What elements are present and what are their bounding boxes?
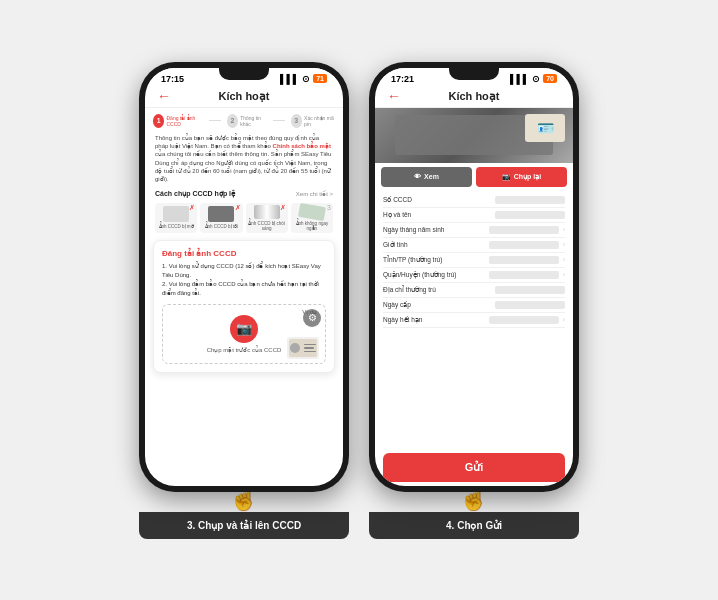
phone1-inner: 17:15 ▌▌▌ ⊙ 71 ← Kích hoạt 1 Đăng tả [145, 68, 343, 486]
field-gender: Giới tính › [383, 238, 565, 253]
label-expiry: Ngày hết hạn [383, 316, 443, 324]
retake-btn[interactable]: 📷 Chụp lại [476, 167, 567, 187]
step-label-2: Thông tin khác [240, 115, 267, 127]
sample-4: 3 Ảnh không ngay ngắn [291, 203, 333, 233]
step-3: 3 Xác nhận mã pin [291, 114, 335, 128]
label-name: Họ và tên [383, 211, 443, 219]
arrow-dob: › [563, 226, 565, 233]
signal-2: ▌▌▌ [510, 74, 529, 84]
step-div-2 [273, 120, 285, 121]
header-2: ← Kích hoạt [375, 86, 573, 108]
bad-mark-2: ✗ [235, 204, 241, 212]
phone1-wrapper: 17:15 ▌▌▌ ⊙ 71 ← Kích hoạt 1 Đăng tả [139, 62, 349, 539]
eye-icon: 👁 [414, 173, 421, 180]
submit-btn[interactable]: Gửi [383, 453, 565, 482]
label-district: Quận/Huyện (thường trú) [383, 271, 456, 279]
time-1: 17:15 [161, 74, 184, 84]
arrow-expiry: › [563, 316, 565, 323]
bottom-label-text-2: 4. Chọn Gửi [446, 520, 502, 531]
upload-label: Chụp mặt trước của CCCD [207, 346, 282, 353]
title-2: Kích hoạt [449, 90, 500, 103]
phone1: 17:15 ▌▌▌ ⊙ 71 ← Kích hoạt 1 Đăng tả [139, 62, 349, 492]
bottom-label-1: 3. Chụp và tải lên CCCD [139, 512, 349, 539]
info-text: Thông tin của bạn sẽ được bảo mật theo đ… [145, 134, 343, 188]
step-circle-2: 2 [227, 114, 238, 128]
step-circle-3: 3 [291, 114, 302, 128]
notch2 [449, 68, 499, 80]
bottom-label-text-1: 3. Chụp và tải lên CCCD [187, 520, 301, 531]
id-card-thumb: 🪪 [525, 114, 565, 142]
field-name: Họ và tên [383, 208, 565, 223]
signal-1: ▌▌▌ [280, 74, 299, 84]
camera-icon: 📷 [502, 173, 511, 181]
label-address: Địa chỉ thường trú [383, 286, 443, 294]
photo-buttons: 👁 Xem 📷 Chụp lại [375, 163, 573, 191]
step-div-1 [209, 120, 221, 121]
value-gender [489, 241, 559, 249]
retake-label: Chụp lại [514, 173, 541, 181]
battery-1: 71 [313, 74, 327, 83]
upload-area[interactable]: ⚙ 📷 Chụp mặt trước của CCCD Ví dụ [162, 304, 326, 364]
camera-btn[interactable]: 📷 [230, 315, 258, 343]
arrow-province: › [563, 256, 565, 263]
submit-label: Gửi [465, 461, 484, 473]
step-2: 2 Thông tin khác [227, 114, 267, 128]
modal-bullet-2: 2. Vui lòng đảm bảo CCCD của bạn chưa hế… [162, 280, 326, 298]
value-cccd [495, 196, 565, 204]
wifi-1: ⊙ [302, 74, 310, 84]
cccd-samples: ✗ Ảnh CCCD bị mờ ✗ Ảnh CCCD bị tối ✗ Ảnh… [145, 200, 343, 236]
guide-link[interactable]: Xem chi tiết > [296, 190, 333, 197]
notch1 [219, 68, 269, 80]
back-btn-2[interactable]: ← [387, 88, 401, 104]
step-label-3: Xác nhận mã pin [304, 115, 335, 127]
status-icons-2: ▌▌▌ ⊙ 70 [510, 74, 557, 84]
view-btn[interactable]: 👁 Xem [381, 167, 472, 187]
screen1-content: ← Kích hoạt 1 Đăng tải ảnh CCCD 2 Thông … [145, 86, 343, 486]
label-cccd: Số CCCD [383, 196, 443, 204]
bad-mark-1: ✗ [189, 204, 195, 212]
field-cccd: Số CCCD [383, 193, 565, 208]
value-name [495, 211, 565, 219]
step-1: 1 Đăng tải ảnh CCCD [153, 114, 203, 128]
battery-2: 70 [543, 74, 557, 83]
step-circle-1: 1 [153, 114, 164, 128]
form-section: Số CCCD Họ và tên Ngày tháng năm sinh › [375, 191, 573, 449]
bottom-bold: Gửi [485, 520, 502, 531]
sample-1: ✗ Ảnh CCCD bị mờ [155, 203, 197, 233]
modal-bullet-1: 1. Vui lòng sử dụng CCCD (12 số) để kích… [162, 262, 326, 280]
screen2-content: ← Kích hoạt 🪪 👁 Xem [375, 86, 573, 486]
upload-modal: Đăng tải ảnh CCCD 1. Vui lòng sử dụng CC… [153, 240, 335, 373]
wifi-2: ⊙ [532, 74, 540, 84]
field-district: Quận/Huyện (thường trú) › [383, 268, 565, 283]
field-dob: Ngày tháng năm sinh › [383, 223, 565, 238]
bad-mark-3: ✗ [280, 204, 286, 212]
sample-2: ✗ Ảnh CCCD bị tối [200, 203, 242, 233]
header-1: ← Kích hoạt [145, 86, 343, 108]
header-img: 🪪 [375, 108, 573, 163]
view-label: Xem [424, 173, 439, 180]
value-expiry [489, 316, 559, 324]
phone2: 17:21 ▌▌▌ ⊙ 70 ← Kích hoạt 🪪 [369, 62, 579, 492]
sample-3: ✗ Ảnh CCCD bị chói sáng [246, 203, 288, 233]
value-dob [489, 226, 559, 234]
label-gender: Giới tính [383, 241, 443, 249]
field-province: Tỉnh/TP (thường trú) › [383, 253, 565, 268]
value-address [495, 286, 565, 294]
step-label-1: Đăng tải ảnh CCCD [166, 115, 203, 127]
phone2-wrapper: 17:21 ▌▌▌ ⊙ 70 ← Kích hoạt 🪪 [369, 62, 579, 539]
bottom-label-2: 4. Chọn Gửi [369, 512, 579, 539]
vi-du-label: Ví dụ [302, 308, 317, 315]
field-address: Địa chỉ thường trú [383, 283, 565, 298]
value-district [489, 271, 559, 279]
guide-title: Cách chụp CCCD hợp lệ [155, 190, 235, 198]
check-mark-4: 3 [327, 204, 331, 211]
status-icons-1: ▌▌▌ ⊙ 71 [280, 74, 327, 84]
label-dob: Ngày tháng năm sinh [383, 226, 444, 233]
value-province [489, 256, 559, 264]
label-issue: Ngày cấp [383, 301, 443, 309]
back-btn-1[interactable]: ← [157, 88, 171, 104]
phone2-inner: 17:21 ▌▌▌ ⊙ 70 ← Kích hoạt 🪪 [375, 68, 573, 486]
label-province: Tỉnh/TP (thường trú) [383, 256, 443, 264]
modal-title: Đăng tải ảnh CCCD [162, 249, 326, 258]
step-indicator-1: 1 Đăng tải ảnh CCCD 2 Thông tin khác 3 X… [145, 108, 343, 134]
